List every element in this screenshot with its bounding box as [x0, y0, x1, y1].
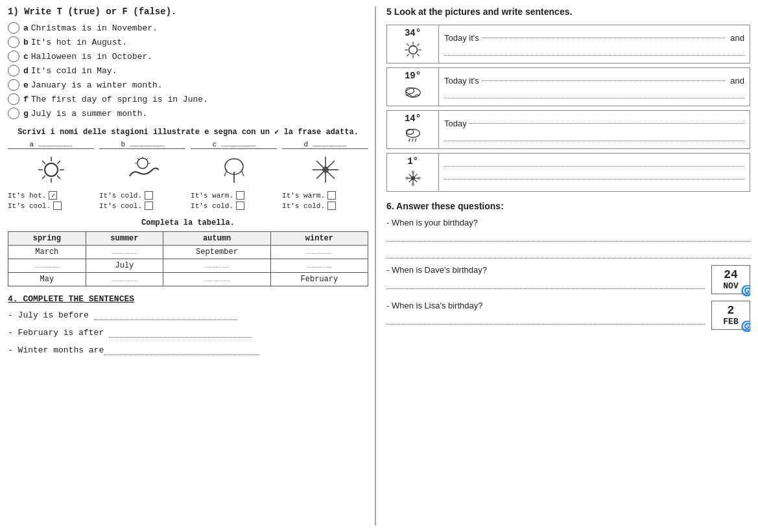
section5: 5 Look at the pictures and write sentenc…: [386, 6, 750, 192]
item-a-text: Christmas is in November.: [31, 23, 158, 33]
list-item: g July is a summer month.: [8, 108, 368, 119]
answer-3[interactable]: [386, 313, 705, 325]
cell-july: July: [86, 259, 163, 273]
svg-line-7: [57, 161, 60, 164]
checkbox-e[interactable]: [8, 79, 19, 91]
svg-line-37: [409, 139, 410, 142]
item-c-text: Halloween is in October.: [31, 52, 152, 62]
dave-birthday-card: 24 NOV 🌀: [711, 265, 750, 294]
completa-title: Completa la tabella.: [8, 218, 368, 227]
cell-september: September: [163, 246, 271, 259]
section2: Scrivi i nomi delle stagioni illustrate …: [8, 127, 368, 212]
winter-answer[interactable]: [104, 354, 259, 355]
weather-answer-3b[interactable]: [444, 131, 744, 141]
corner-icon2: 🌀: [740, 320, 750, 333]
question-block-2: - When is Dave's birthday? 24 NOV 🌀: [386, 265, 750, 294]
weather-answer-1a[interactable]: [482, 38, 725, 38]
cell-spring2[interactable]: ………………: [8, 259, 86, 273]
question-3-text: - When is Lisa's birthday?: [386, 301, 705, 310]
corner-icon: 🌀: [740, 284, 750, 297]
svg-line-6: [57, 176, 60, 179]
answer-2[interactable]: [386, 277, 705, 289]
cell-winter1[interactable]: ………………: [270, 246, 368, 259]
question-2-text: - When is Dave's birthday?: [386, 265, 705, 275]
svg-line-38: [412, 139, 413, 142]
question-block-3: - When is Lisa's birthday? 2 FEB 🌀: [386, 301, 750, 330]
seasons-table: spring summer autumn winter March …………………: [8, 231, 368, 286]
temp-1: 34°: [405, 28, 421, 38]
february-answer[interactable]: [109, 337, 252, 338]
list-item: a Christmas is in November.: [8, 22, 368, 34]
weather-image-box-2: 19°: [387, 68, 439, 106]
item-d-text: It's cold in May.: [31, 66, 117, 76]
svg-line-17: [224, 170, 227, 176]
weather-card-4: 1°: [386, 153, 750, 192]
temp-2: 19°: [405, 71, 421, 81]
checkbox-a[interactable]: [8, 22, 19, 34]
list-item: f The first day of spring is in June.: [8, 93, 368, 105]
weather-answer-4a[interactable]: [444, 166, 744, 167]
checkbox-f[interactable]: [8, 93, 19, 105]
dave-date-number: 24: [713, 268, 748, 281]
item-b-text: It's hot in August.: [31, 38, 127, 47]
checkbox-d[interactable]: [8, 65, 19, 76]
cell-winter2[interactable]: ………………: [270, 259, 368, 273]
answer-1[interactable]: [386, 230, 750, 242]
weather-image-box-4: 1°: [387, 154, 439, 191]
sun-icon: [8, 152, 94, 187]
true-false-list: a Christmas is in November. b It's hot i…: [8, 22, 368, 119]
weather-answer-1b[interactable]: [444, 45, 744, 56]
lisa-date-number: 2: [713, 304, 748, 317]
question-block-1: - When is your birthday?: [386, 218, 750, 259]
temp-4: 1°: [407, 156, 418, 167]
warm-c-checkbox[interactable]: [236, 191, 244, 200]
svg-line-30: [417, 54, 419, 56]
weather-card-2: 19° Today it's and: [386, 67, 750, 106]
cool-b-checkbox[interactable]: [145, 202, 153, 210]
checkbox-c[interactable]: [8, 51, 19, 62]
cell-summer1[interactable]: ………………: [86, 246, 163, 259]
cell-may: May: [8, 273, 86, 286]
item-g-text: July is a summer month.: [31, 109, 147, 119]
answer-1b[interactable]: [386, 247, 750, 259]
july-answer[interactable]: [94, 319, 237, 320]
section5-title: 5 Look at the pictures and write sentenc…: [386, 6, 750, 17]
weather-card-1: 34°: [386, 25, 750, 64]
svg-point-9: [137, 158, 148, 168]
section6-title: 6. Answer these questions:: [386, 201, 750, 211]
snow-weather-icon: [401, 168, 425, 189]
hot-checkbox[interactable]: [49, 191, 57, 200]
section4: 4. COMPLETE THE SENTENCES - July is befo…: [8, 294, 368, 355]
checkbox-g[interactable]: [8, 108, 19, 119]
svg-line-32: [407, 54, 409, 56]
section1: 1) Write T (true) or F (false). a Christ…: [8, 6, 368, 119]
cell-autumn2[interactable]: ………………: [163, 259, 271, 273]
section6: 6. Answer these questions: - When is you…: [386, 201, 750, 330]
svg-line-18: [241, 170, 244, 176]
cold-d-checkbox[interactable]: [327, 202, 336, 210]
checkboxes-row: It's hot. It's cool. It's cold. It's coo…: [8, 191, 368, 212]
weather-answer-4b[interactable]: [444, 169, 744, 179]
season-a: a ……………………: [8, 141, 94, 187]
col-spring: spring: [8, 232, 86, 246]
weather-answer-3a[interactable]: [469, 123, 744, 124]
weather-card-3: 14° Today: [386, 110, 750, 149]
cell-summer3[interactable]: ………………: [86, 273, 163, 286]
warm-d-checkbox[interactable]: [327, 191, 336, 200]
weather-answer-2a[interactable]: [482, 80, 725, 81]
weather-text-2: Today it's and: [439, 68, 750, 106]
cell-autumn3[interactable]: ………………: [163, 273, 271, 286]
wave-icon: [99, 152, 185, 187]
cell-march: March: [8, 246, 86, 259]
checkbox-b[interactable]: [8, 36, 19, 48]
list-item: d It's cold in May.: [8, 65, 368, 76]
svg-line-12: [137, 158, 139, 159]
cool-a-checkbox[interactable]: [53, 202, 62, 210]
cold-b-checkbox[interactable]: [145, 191, 153, 200]
lisa-birthday-card: 2 FEB 🌀: [711, 301, 750, 330]
snowflake-icon: [282, 152, 368, 187]
section3: Completa la tabella. spring summer autum…: [8, 218, 368, 286]
weather-answer-2b[interactable]: [444, 88, 744, 98]
cold-c-checkbox[interactable]: [236, 202, 244, 210]
scrivi-title: Scrivi i nomi delle stagioni illustrate …: [8, 127, 368, 137]
